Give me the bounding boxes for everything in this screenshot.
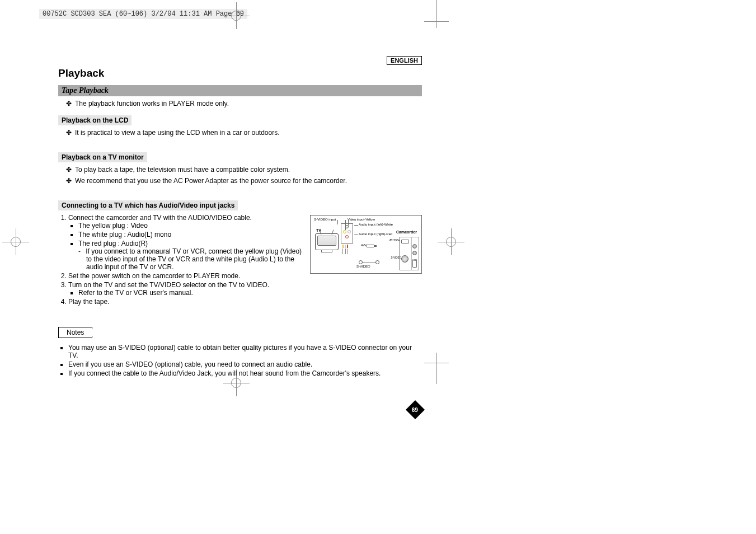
crop-line xyxy=(424,21,449,22)
section-heading: Tape Playback xyxy=(58,85,422,96)
page-content: ENGLISH Playback Tape Playback The playb… xyxy=(58,56,422,378)
diag-camcorder-label: Camcorder xyxy=(396,230,417,235)
diag-video-yellow: Video input-Yellow xyxy=(348,218,375,222)
page-number-text: 69 xyxy=(412,407,418,413)
diag-svideo-label: S-VIDEO xyxy=(356,265,370,269)
crop-line xyxy=(436,0,437,28)
diag-svideo-input: S-VIDEO input xyxy=(314,218,336,222)
language-badge: ENGLISH xyxy=(387,56,422,65)
tv-icon xyxy=(315,233,339,250)
tv-bullet-2: We recommend that you use the AC Power A… xyxy=(66,177,422,185)
crop-line xyxy=(436,353,437,384)
lcd-bullet: It is practical to view a tape using the… xyxy=(66,129,422,137)
plug-yellow: The yellow plug : Video xyxy=(78,222,304,229)
note-2: Even if you use an S-VIDEO (optional) ca… xyxy=(68,360,422,368)
tv-bullet-1: To play back a tape, the television must… xyxy=(66,166,422,174)
av-plugs-icon xyxy=(342,245,349,254)
lcd-heading: Playback on the LCD xyxy=(58,115,132,125)
page-number: 69 xyxy=(408,403,422,416)
plug-note: If you connect to a monaural TV or VCR, … xyxy=(86,247,304,271)
registration-mark xyxy=(223,2,250,29)
camcorder-panel-icon xyxy=(399,237,419,270)
crop-line xyxy=(424,363,449,363)
connecting-heading: Connecting to a TV which has Audio/Video… xyxy=(58,200,238,210)
tv-monitor-heading: Playback on a TV monitor xyxy=(58,152,147,162)
connection-diagram: S-VIDEO input Video input-Yellow Audio i… xyxy=(310,215,422,274)
svideo-plug-icon xyxy=(359,260,363,264)
note-1: You may use an S-VIDEO (optional) cable … xyxy=(68,344,422,359)
notes-heading: Notes xyxy=(58,327,92,338)
step-1-text: Connect the camcorder and TV with the AU… xyxy=(68,214,252,222)
notes-list: You may use an S-VIDEO (optional) cable … xyxy=(68,344,422,377)
diag-audio-right: Audio input (right)-Red xyxy=(359,232,392,236)
intro-bullet: The playback function works in PLAYER mo… xyxy=(66,100,422,107)
av-jack-icon xyxy=(367,245,374,247)
step-2: Set the power switch on the camcorder to… xyxy=(68,272,304,280)
prepress-header: 00752C SCD303 SEA (60~106) 3/2/04 11:31 … xyxy=(39,9,247,19)
diag-audio-left: Audio input (left)-White xyxy=(359,223,393,227)
plug-red: The red plug : Audio(R) If you connect t… xyxy=(78,240,304,271)
registration-mark xyxy=(2,228,29,255)
step-4: Play the tape. xyxy=(68,298,304,306)
step-3-text: Turn on the TV and set the TV/VIDEO sele… xyxy=(68,281,269,289)
plug-white: The white plug : Audio(L) mono xyxy=(78,231,304,238)
jack-panel-icon xyxy=(341,223,353,243)
note-3: If you connect the cable to the Audio/Vi… xyxy=(68,369,422,377)
registration-mark xyxy=(438,228,464,255)
step-1: Connect the camcorder and TV with the AU… xyxy=(68,214,304,271)
page-title: Playback xyxy=(58,67,422,79)
plug-red-text: The red plug : Audio(R) xyxy=(78,240,148,247)
step-3-sub: Refer to the TV or VCR user's manual. xyxy=(78,289,304,297)
step-3: Turn on the TV and set the TV/VIDEO sele… xyxy=(68,281,304,297)
diag-av-label: A/V xyxy=(361,243,367,247)
steps-list: Connect the camcorder and TV with the AU… xyxy=(68,214,304,306)
